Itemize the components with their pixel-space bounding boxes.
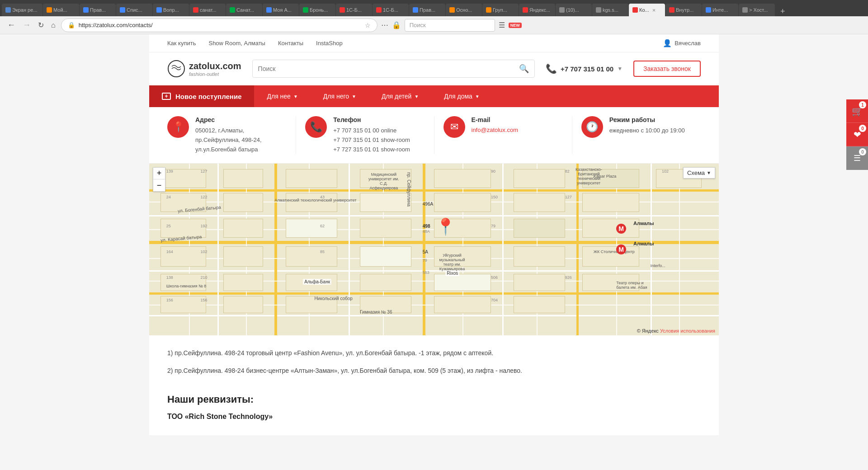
tab-active[interactable]: Ко... × bbox=[629, 4, 665, 16]
tab-vopr[interactable]: Вопр... bbox=[153, 4, 189, 16]
schema-dropdown-icon: ▼ bbox=[707, 170, 711, 175]
map-label-interfo: Interfo... bbox=[651, 263, 665, 268]
tab-ecran[interactable]: Экран ре... bbox=[2, 4, 42, 16]
map-pin: 📍 bbox=[435, 219, 456, 235]
nav-dlya-detey[interactable]: Для детей ▼ bbox=[369, 85, 431, 107]
tab-sanat2[interactable]: Санат... bbox=[226, 4, 262, 16]
home-button[interactable]: ⌂ bbox=[49, 21, 57, 29]
map-background: ул. Богенбай батыра ул. Карасай батыра п… bbox=[149, 164, 719, 335]
map-zoom-out[interactable]: − bbox=[153, 179, 165, 191]
page-wrapper: Как купить Show Room, Алматы Контакты In… bbox=[149, 34, 719, 435]
nav-instashop[interactable]: InstaShop bbox=[316, 40, 343, 47]
tab-prav2[interactable]: Прав... bbox=[409, 4, 445, 16]
new-badge: NEW bbox=[509, 23, 522, 28]
menu-button[interactable]: ⋯ bbox=[381, 21, 388, 29]
phone-showroom2: +7 727 315 01 01 show-room bbox=[333, 145, 410, 155]
dlya-doma-arrow: ▼ bbox=[475, 94, 480, 99]
tab-yandex[interactable]: Яндекс... bbox=[519, 4, 555, 16]
phone-dropdown-icon[interactable]: ▼ bbox=[617, 66, 623, 72]
map-label-opera: Театр оперы и балета им. Абая bbox=[616, 281, 648, 290]
map-schema-button[interactable]: Схема ▼ bbox=[683, 167, 715, 179]
nav-showroom[interactable]: Show Room, Алматы bbox=[208, 40, 265, 47]
nav-new-arrival[interactable]: + Новое поступление bbox=[149, 85, 254, 107]
dlya-nego-arrow: ▼ bbox=[352, 94, 356, 99]
site-header: zatolux.com fashion-outlet 🔍 📞 +7 707 31… bbox=[149, 52, 719, 85]
email-value[interactable]: info@zatolux.com bbox=[472, 127, 519, 133]
yandex-badge: © Яндекс Условия использования bbox=[637, 328, 715, 334]
phone-number: +7 707 315 01 00 bbox=[561, 65, 613, 73]
map-controls: + − bbox=[153, 167, 165, 192]
forward-button[interactable]: → bbox=[21, 20, 33, 30]
email-icon-circle: ✉ bbox=[443, 116, 465, 138]
browser-search[interactable]: Поиск bbox=[405, 19, 495, 32]
nav-dlya-nego[interactable]: Для него ▼ bbox=[311, 85, 369, 107]
tab-bron[interactable]: Бронь... bbox=[299, 4, 335, 16]
nav-dlya-nee[interactable]: Для нее ▼ bbox=[254, 85, 310, 107]
tab-vnutr[interactable]: Внутр... bbox=[665, 4, 702, 16]
address-value: 050012, г.Алматы, пр.Сейфуллина, 498-24,… bbox=[195, 126, 287, 154]
search-input[interactable] bbox=[258, 65, 519, 72]
cart-button[interactable]: 🛒 1 bbox=[846, 99, 868, 123]
map-label-nikol: Никольский собор bbox=[314, 296, 353, 301]
search-bar[interactable]: 🔍 bbox=[252, 60, 535, 78]
new-tab-button[interactable]: + bbox=[777, 7, 789, 16]
wishlist-badge: 0 bbox=[859, 125, 866, 132]
tab-10[interactable]: (10)... bbox=[556, 4, 592, 16]
browser-tab-bar: Экран ре... Мой... Прав... Спис... Вопр.… bbox=[0, 0, 868, 16]
floating-sidebar: 🛒 1 ❤ 0 ☰ 0 bbox=[846, 99, 868, 170]
user-area[interactable]: 👤 Вячеслав bbox=[663, 39, 701, 47]
requisites-title: Наши реквизиты: bbox=[167, 394, 701, 405]
tab-moy[interactable]: Мой... bbox=[43, 4, 79, 16]
sidebar-toggle[interactable]: ☰ bbox=[499, 21, 505, 29]
yandex-terms-link[interactable]: Условия использования bbox=[660, 328, 715, 334]
extensions-button[interactable]: 🔒 bbox=[392, 21, 401, 29]
tab-sanat1[interactable]: санат... bbox=[189, 4, 226, 16]
map-zoom-in[interactable]: + bbox=[153, 168, 165, 179]
map-label-alm-tech: Алматинский технологический университет bbox=[274, 198, 356, 202]
contact-phone: 📞 Телефон +7 707 315 01 00 online +7 707… bbox=[296, 116, 434, 154]
new-arrival-icon: + bbox=[162, 93, 171, 100]
map-label-shkola: Школа-гимназия № 8 bbox=[166, 284, 206, 288]
compare-button[interactable]: ☰ 0 bbox=[846, 146, 868, 170]
back-button[interactable]: ← bbox=[5, 20, 17, 30]
nav-kontakty[interactable]: Контакты bbox=[278, 40, 303, 47]
tab-1cb2[interactable]: 1С-Б... bbox=[373, 4, 409, 16]
user-icon: 👤 bbox=[663, 39, 672, 47]
tab-host[interactable]: > Хост... bbox=[739, 4, 775, 16]
tab-osno[interactable]: Осно... bbox=[446, 4, 482, 16]
compare-icon: ☰ bbox=[854, 153, 861, 163]
map-label-gimnaz: Гимназия № 36 bbox=[360, 310, 392, 315]
address-line-1: 1) пр.Сейфуллина. 498-24 торговый центр … bbox=[167, 348, 701, 358]
tab-prav[interactable]: Прав... bbox=[80, 4, 116, 16]
refresh-button[interactable]: ↻ bbox=[36, 21, 46, 29]
tab-moya[interactable]: Моя А... bbox=[263, 4, 299, 16]
logo[interactable]: zatolux.com fashion-outlet bbox=[167, 60, 241, 78]
contact-address: 📍 Адрес 050012, г.Алматы, пр.Сейфуллина,… bbox=[167, 116, 296, 154]
bookmark-icon[interactable]: ☆ bbox=[365, 22, 371, 29]
tab-1cb1[interactable]: 1С-Б... bbox=[336, 4, 372, 16]
tab-kgs[interactable]: kgs.s... bbox=[592, 4, 628, 16]
search-browser-text: Поиск bbox=[410, 22, 426, 28]
main-navigation: + Новое поступление Для нее ▼ Для него ▼… bbox=[149, 85, 719, 107]
contact-info-bar: 📍 Адрес 050012, г.Алматы, пр.Сейфуллина,… bbox=[149, 107, 719, 164]
nav-kak-kupit[interactable]: Как купить bbox=[167, 40, 196, 47]
address-label: Адрес bbox=[195, 116, 287, 123]
url-bar[interactable]: 🔒 https://zatolux.com/contacts/ ☆ bbox=[61, 19, 377, 32]
tab-grup[interactable]: Груп... bbox=[482, 4, 519, 16]
nav-dlya-doma-label: Для дома bbox=[444, 93, 472, 100]
order-call-button[interactable]: Заказать звонок bbox=[633, 61, 701, 77]
map-label-kaisar: Kaisar Plaza bbox=[594, 174, 617, 179]
search-icon-button[interactable]: 🔍 bbox=[519, 64, 529, 74]
company-name: ТОО «Rich Stone Technology» bbox=[167, 413, 701, 421]
wishlist-button[interactable]: ❤ 0 bbox=[846, 123, 868, 146]
hours-value: ежедневно с 10:00 до 19:00 bbox=[609, 126, 685, 136]
tab-spis[interactable]: Спис... bbox=[116, 4, 152, 16]
tab-close-icon[interactable]: × bbox=[652, 7, 656, 14]
hours-icon-circle: 🕐 bbox=[581, 116, 603, 138]
logo-main-text: zatolux.com bbox=[189, 61, 241, 71]
compare-badge: 0 bbox=[859, 148, 866, 155]
cart-badge: 1 bbox=[859, 101, 866, 108]
nav-dlya-nee-label: Для нее bbox=[267, 93, 290, 100]
tab-inte[interactable]: Инте... bbox=[702, 4, 738, 16]
nav-dlya-doma[interactable]: Для дома ▼ bbox=[431, 85, 492, 107]
